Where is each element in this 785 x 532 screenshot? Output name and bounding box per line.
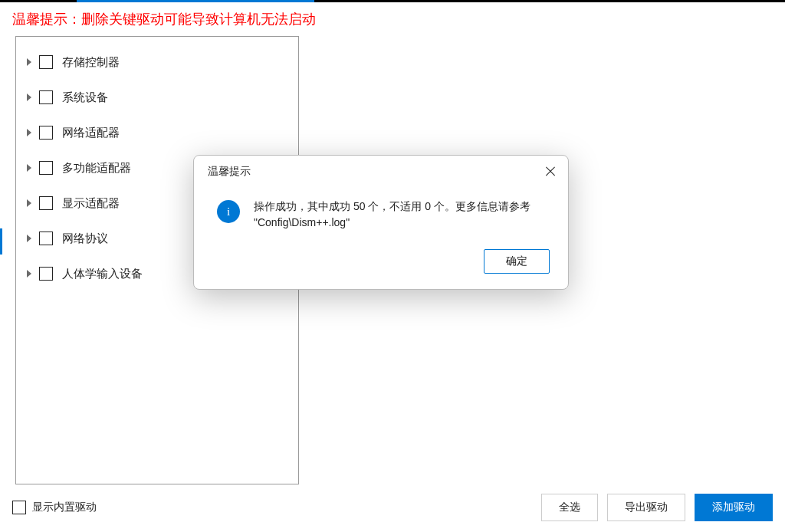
modal-overlay: 温馨提示 i 操作成功，其中成功 50 个，不适用 0 个。更多信息请参考 "C…	[0, 0, 785, 532]
dialog-message: 操作成功，其中成功 50 个，不适用 0 个。更多信息请参考 "Config\D…	[254, 199, 550, 231]
dialog-body: i 操作成功，其中成功 50 个，不适用 0 个。更多信息请参考 "Config…	[194, 186, 568, 238]
dialog-footer: 确定	[194, 238, 568, 289]
dialog: 温馨提示 i 操作成功，其中成功 50 个，不适用 0 个。更多信息请参考 "C…	[193, 155, 569, 290]
dialog-title: 温馨提示	[208, 165, 251, 179]
close-icon[interactable]	[545, 166, 556, 177]
dialog-header: 温馨提示	[194, 156, 568, 186]
info-icon: i	[217, 200, 240, 223]
ok-button[interactable]: 确定	[484, 249, 550, 274]
